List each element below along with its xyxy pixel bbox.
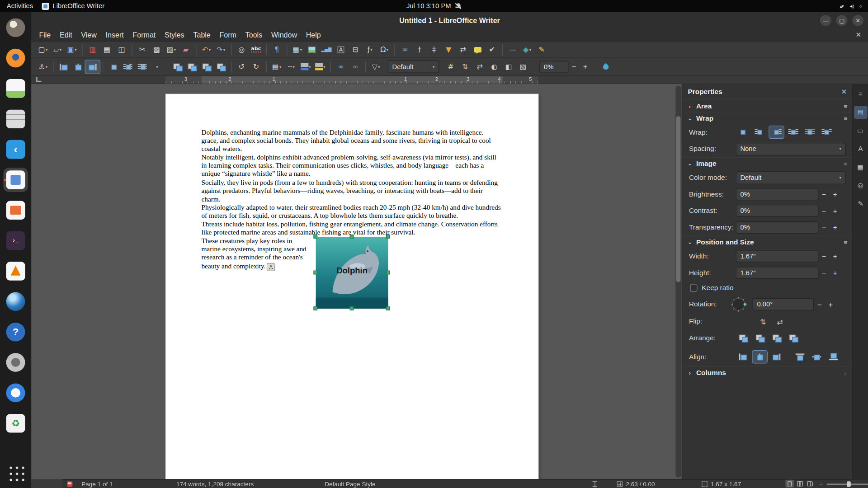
dock-vlc[interactable]	[3, 259, 28, 283]
contrast-field[interactable]: 0%	[736, 205, 819, 217]
section-menu-icon[interactable]: ≡	[844, 103, 847, 109]
deck-styles-tab[interactable]: A	[854, 142, 868, 155]
transparency-increase-button[interactable]: +	[580, 62, 591, 70]
menu-insert[interactable]: Insert	[101, 30, 128, 40]
line-style-button[interactable]: ┄▾	[284, 60, 298, 73]
paragraph-4[interactable]: Physiologically adapted to water, their …	[201, 203, 501, 220]
rotate-left-90-button[interactable]: ↺	[234, 60, 249, 73]
export-pdf-button[interactable]: ▥	[85, 43, 100, 56]
section-menu-icon[interactable]: ≡	[844, 239, 847, 245]
back-one-button[interactable]	[199, 60, 214, 73]
wrap-before-button[interactable]	[753, 126, 767, 138]
height-increase-button[interactable]: +	[830, 268, 841, 277]
flip-horizontally-button[interactable]: ⇄	[472, 60, 487, 73]
insert-cross-reference-button[interactable]: ⇄	[456, 43, 470, 56]
transparency-increase-button[interactable]: +	[830, 223, 841, 231]
selection-handle-top-right[interactable]	[386, 235, 390, 239]
open-file-button[interactable]: ▱▾	[50, 43, 65, 56]
menu-file[interactable]: File	[35, 30, 56, 40]
wrap-parallel-button[interactable]	[121, 60, 135, 73]
shadow-button[interactable]: ▧	[516, 60, 530, 73]
book-view-button[interactable]	[806, 480, 814, 488]
keep-ratio-checkbox[interactable]	[690, 284, 697, 291]
word-count[interactable]: 174 words, 1,209 characters	[176, 480, 254, 488]
transparency-tool-button[interactable]: ◐	[487, 60, 501, 73]
menu-styles[interactable]: Styles	[160, 30, 189, 40]
insert-footnote-button[interactable]: †	[412, 43, 427, 56]
brightness-increase-button[interactable]: +	[830, 190, 841, 198]
insert-bookmark-button[interactable]: ▼	[441, 43, 456, 56]
ruler-origin-icon[interactable]	[36, 77, 41, 82]
back-one-button[interactable]	[769, 332, 784, 344]
insert-image-button[interactable]	[305, 43, 319, 56]
rotate-right-90-button[interactable]: ↻	[249, 60, 263, 73]
show-draw-functions-button[interactable]: ✎	[534, 43, 549, 56]
border-style-button[interactable]: ▦▾	[269, 60, 284, 73]
insert-field-button[interactable]: ƒ▾	[363, 43, 377, 56]
menu-edit[interactable]: Edit	[55, 30, 76, 40]
save-button[interactable]: ▣▾	[65, 43, 79, 56]
send-to-back-button[interactable]	[214, 60, 228, 73]
image-filter-button[interactable]: ▽▾	[369, 60, 383, 73]
align-top-button[interactable]	[793, 351, 807, 363]
wrap-options-button[interactable]: ▾	[150, 60, 164, 73]
deck-page-tab[interactable]: ▭	[854, 124, 868, 137]
paragraph-2[interactable]: Notably intelligent, dolphins exhibit ad…	[201, 154, 501, 178]
insert-horizontal-line-button[interactable]: —	[505, 43, 520, 56]
dock-vscode[interactable]: ‹	[3, 137, 28, 162]
dock-terminal[interactable]: ›_	[3, 229, 28, 253]
activities-button[interactable]: Activities	[7, 2, 33, 10]
insert-text-box-button[interactable]: A	[334, 43, 348, 56]
close-button[interactable]: ✕	[852, 15, 863, 26]
multi-page-view-button[interactable]	[796, 480, 804, 488]
border-color-button[interactable]: ▾	[298, 60, 313, 73]
wrap-parallel-button[interactable]	[786, 126, 801, 138]
formatting-marks-button[interactable]: ¶	[269, 43, 284, 56]
width-increase-button[interactable]: +	[830, 252, 841, 260]
rotation-field[interactable]: 0.00°	[753, 298, 814, 310]
object-size[interactable]: 1.67 x 1.67	[711, 480, 741, 488]
paragraph-6[interactable]: These creatures play key roles in marine…	[201, 237, 312, 271]
titlebar[interactable]: Untitled 1 - LibreOffice Writer — ▢ ✕	[31, 12, 868, 29]
paste-button[interactable]: ▨▾	[164, 43, 179, 56]
section-image[interactable]: ⌄ Image ≡	[682, 157, 852, 169]
crop-image-button[interactable]: #	[443, 60, 458, 73]
new-document-button[interactable]: ▢▾	[36, 43, 50, 56]
dock-software-center[interactable]	[3, 380, 28, 405]
insert-special-character-button[interactable]: Ω▾	[377, 43, 392, 56]
unlink-frames-button[interactable]: ∞	[348, 60, 363, 73]
copy-button[interactable]: ▩	[150, 43, 164, 56]
vertical-scrollbar[interactable]	[675, 86, 681, 478]
power-icon[interactable]: ○	[859, 4, 861, 9]
find-and-replace-button[interactable]: ◎	[234, 43, 249, 56]
align-right-button[interactable]	[85, 60, 100, 73]
bring-to-front-button[interactable]	[736, 332, 750, 344]
insert-table-button[interactable]: ▦▾	[290, 43, 305, 56]
send-to-back-button[interactable]	[786, 332, 801, 344]
dock-libreoffice-impress[interactable]	[3, 198, 28, 222]
color-picker-button[interactable]	[599, 60, 613, 73]
sidebar-settings-tab[interactable]: ≡	[854, 87, 868, 100]
menu-help[interactable]: Help	[302, 30, 326, 40]
link-frames-button[interactable]: ∞	[334, 60, 348, 73]
contrast-increase-button[interactable]: +	[830, 206, 841, 215]
focused-app[interactable]: LibreOffice Writer	[42, 2, 104, 10]
wrap-off-button[interactable]	[106, 60, 120, 73]
bring-to-front-button[interactable]	[170, 60, 184, 73]
dock-trash[interactable]: ♻	[3, 411, 28, 436]
insert-comment-button[interactable]	[470, 43, 485, 56]
align-middle-button[interactable]	[809, 351, 824, 363]
horizontal-ruler[interactable]: 32112345	[165, 76, 538, 84]
deck-gallery-tab[interactable]: ▦	[854, 160, 868, 174]
deck-navigator-tab[interactable]: ◎	[854, 179, 868, 192]
single-page-view-button[interactable]	[785, 480, 794, 488]
menu-window[interactable]: Window	[267, 30, 302, 40]
height-field[interactable]: 1.67″	[736, 267, 819, 279]
zoom-out-button[interactable]: −	[818, 480, 825, 488]
wrap-through-button[interactable]	[803, 126, 817, 138]
document-modified-indicator[interactable]	[67, 480, 72, 488]
minimize-button[interactable]: —	[820, 15, 831, 26]
align-center-horizontal-button[interactable]	[71, 60, 85, 73]
flip-vertically-button[interactable]: ⇅	[756, 315, 770, 328]
close-document-button[interactable]: ✕	[852, 31, 864, 39]
